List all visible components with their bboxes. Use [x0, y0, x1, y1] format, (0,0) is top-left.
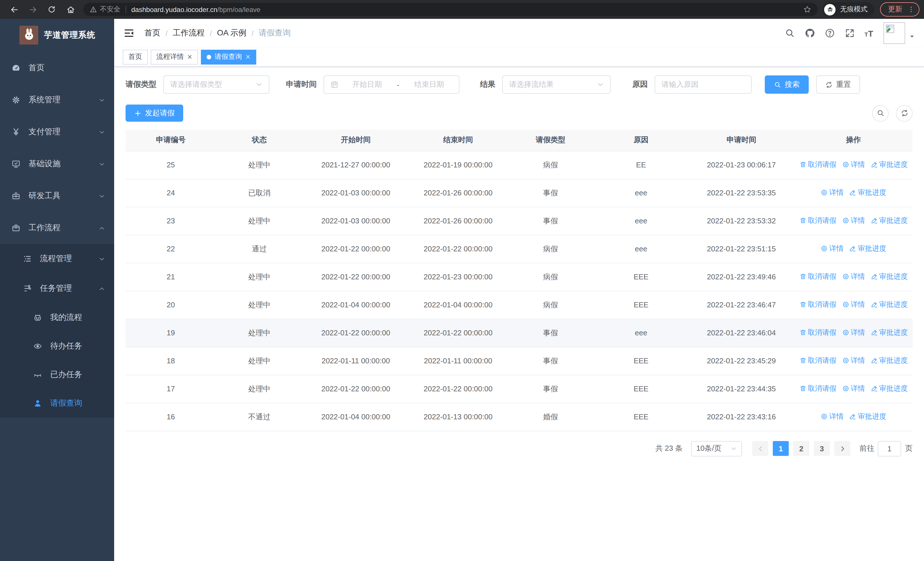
progress-link[interactable]: 审批进度 — [871, 272, 908, 282]
breadcrumb-item[interactable]: 工作流程 — [172, 28, 205, 38]
page-size-select[interactable]: 10条/页 — [691, 441, 742, 456]
show-search-button[interactable] — [872, 105, 889, 122]
table-row: 24已取消2022-01-03 00:00:002022-01-26 00:00… — [126, 179, 913, 207]
detail-link[interactable]: 详情 — [842, 384, 865, 394]
sidebar-item-process-mgmt[interactable]: 流程管理 — [0, 244, 114, 274]
cancel-leave-link[interactable]: 取消请假 — [799, 272, 836, 282]
create-leave-button[interactable]: 发起请假 — [126, 105, 183, 122]
fullscreen-icon[interactable] — [844, 28, 855, 38]
collapse-sidebar-icon[interactable] — [123, 27, 135, 39]
leave-type-select[interactable]: 请选择请假类型 — [163, 75, 269, 94]
sidebar-item-devtools[interactable]: 研发工具 — [0, 180, 114, 212]
person-icon — [33, 399, 42, 408]
github-icon[interactable] — [804, 28, 815, 38]
progress-link[interactable]: 审批进度 — [871, 384, 908, 394]
broken-image-icon — [885, 24, 895, 34]
sidebar-item-label: 基础设施 — [28, 159, 99, 169]
reason-input[interactable]: 请输入原因 — [655, 75, 752, 94]
submenu-task-mgmt: 我的流程待办任务已办任务请假查询 — [0, 303, 114, 418]
sidebar-item-task-mgmt[interactable]: 任务管理 — [0, 274, 114, 303]
progress-link[interactable]: 审批进度 — [871, 328, 908, 338]
page-button-2[interactable]: 2 — [793, 441, 809, 456]
apply-time-range[interactable]: 开始日期 - 结束日期 — [324, 75, 459, 94]
bookmark-star-icon[interactable] — [803, 5, 812, 14]
cell-start: 2022-01-04 00:00:00 — [303, 291, 409, 319]
browser-menu-icon[interactable] — [908, 6, 915, 13]
close-icon[interactable] — [245, 54, 250, 59]
progress-link[interactable]: 审批进度 — [849, 412, 886, 422]
reset-button[interactable]: 重置 — [816, 75, 860, 94]
cell-apply: 2022-01-22 23:43:16 — [688, 403, 795, 431]
cancel-leave-link[interactable]: 取消请假 — [799, 216, 836, 226]
progress-link[interactable]: 审批进度 — [871, 216, 908, 226]
page-button-1[interactable]: 1 — [773, 441, 789, 456]
cancel-leave-link[interactable]: 取消请假 — [799, 160, 836, 170]
detail-link[interactable]: 详情 — [842, 328, 865, 338]
tab-leave-query[interactable]: 请假查询 — [201, 50, 256, 64]
sidebar-item-system[interactable]: 系统管理 — [0, 84, 114, 116]
search-icon[interactable] — [784, 28, 795, 38]
leave-type-label: 请假类型 — [126, 80, 156, 90]
progress-link[interactable]: 审批进度 — [849, 188, 886, 198]
sidebar-item-label: 待办任务 — [50, 341, 105, 351]
close-icon[interactable] — [187, 54, 192, 59]
progress-link[interactable]: 审批进度 — [849, 244, 886, 254]
cell-start: 2022-01-22 00:00:00 — [303, 319, 409, 347]
avatar-caret-icon[interactable] — [909, 34, 915, 39]
cancel-leave-link[interactable]: 取消请假 — [799, 328, 836, 338]
cancel-leave-link[interactable]: 取消请假 — [799, 300, 836, 310]
sidebar-item-leave-query[interactable]: 请假查询 — [0, 389, 114, 418]
progress-link[interactable]: 审批进度 — [871, 356, 908, 365]
sidebar-item-todo-tasks[interactable]: 待办任务 — [0, 332, 114, 361]
next-page-button[interactable] — [834, 441, 850, 456]
cancel-leave-link[interactable]: 取消请假 — [799, 384, 836, 394]
detail-link[interactable]: 详情 — [821, 244, 843, 254]
prev-page-button[interactable] — [752, 441, 768, 456]
app-logo[interactable]: 芋道管理系统 — [0, 19, 114, 51]
detail-link[interactable]: 详情 — [821, 188, 843, 198]
cell-apply: 2022-01-22 23:53:32 — [688, 207, 795, 235]
home-button[interactable] — [63, 2, 78, 17]
search-button[interactable]: 搜索 — [765, 75, 809, 94]
sidebar-item-done-tasks[interactable]: 已办任务 — [0, 361, 114, 389]
goto-page-input[interactable] — [878, 441, 901, 456]
back-button[interactable] — [6, 2, 22, 17]
view-icon — [821, 413, 828, 420]
detail-link[interactable]: 详情 — [842, 356, 865, 365]
sidebar-item-infra[interactable]: 基础设施 — [0, 148, 114, 180]
reload-button[interactable] — [44, 2, 59, 17]
breadcrumb-item[interactable]: OA 示例 — [217, 28, 246, 38]
avatar[interactable] — [884, 22, 905, 44]
page-button-3[interactable]: 3 — [814, 441, 830, 456]
toolbox-icon — [11, 191, 21, 200]
forward-button[interactable] — [25, 2, 40, 17]
detail-link[interactable]: 详情 — [842, 216, 865, 226]
detail-link[interactable]: 详情 — [842, 272, 865, 282]
pen-icon — [871, 217, 878, 224]
font-size-icon[interactable]: TT — [864, 28, 873, 38]
site-security[interactable]: 不安全 — [90, 5, 120, 14]
result-select[interactable]: 请选择流结果 — [502, 75, 610, 94]
tab-process-detail[interactable]: 流程详情 — [151, 50, 198, 64]
detail-link[interactable]: 详情 — [842, 160, 865, 170]
cell-start: 2021-12-27 00:00:00 — [303, 151, 409, 179]
pen-icon — [871, 385, 878, 392]
update-pill[interactable]: 更新 — [880, 2, 920, 17]
cancel-leave-link[interactable]: 取消请假 — [799, 356, 836, 365]
refresh-table-button[interactable] — [896, 105, 913, 122]
detail-link[interactable]: 详情 — [821, 412, 843, 422]
progress-link[interactable]: 审批进度 — [871, 300, 908, 310]
sidebar-item-payment[interactable]: 支付管理 — [0, 116, 114, 148]
cell-start: 2022-01-03 00:00:00 — [303, 207, 409, 235]
sidebar-item-home[interactable]: 首页 — [0, 52, 114, 84]
detail-link[interactable]: 详情 — [842, 300, 865, 310]
progress-link[interactable]: 审批进度 — [871, 160, 908, 170]
chevron-down-icon — [730, 445, 737, 451]
tab-home[interactable]: 首页 — [123, 50, 148, 64]
sidebar-item-workflow[interactable]: 工作流程 — [0, 212, 114, 244]
help-icon[interactable] — [824, 28, 835, 38]
url-bar[interactable]: 不安全 dashboard.yudao.iocoder.cn/bpm/oa/le… — [83, 3, 818, 16]
sidebar-item-my-process[interactable]: 我的流程 — [0, 303, 114, 332]
breadcrumb-item[interactable]: 首页 — [144, 28, 160, 38]
tab-label: 首页 — [128, 52, 142, 62]
